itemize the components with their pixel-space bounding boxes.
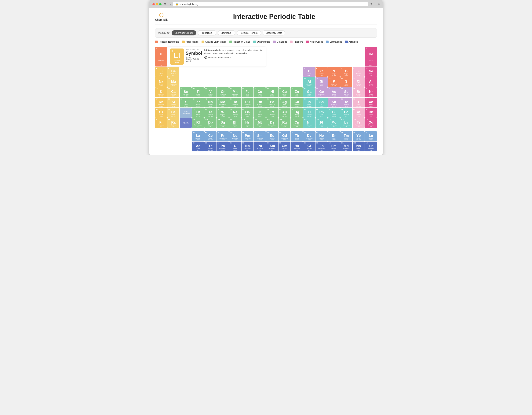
element-Rb[interactable]: 37RbRubidium85.468 (155, 98, 167, 107)
element-Ba[interactable]: 56BaBarium137.327 (167, 108, 179, 118)
element-Th[interactable]: 90ThThorium232.038 (204, 142, 216, 151)
element-Ti[interactable]: 22TiTitanium47.867 (192, 87, 204, 97)
element-Ca[interactable]: 20CaCalcium40.078 (167, 87, 179, 97)
element-Rg[interactable]: 111RgRoentgenium272 (278, 118, 290, 128)
element-Co[interactable]: 27CoCobalt58.933 (254, 87, 266, 97)
element-F[interactable]: 9 F Fluorine 18.998 (353, 67, 365, 77)
element-Es[interactable]: 99EsEinsteinium252 (315, 142, 327, 151)
element-Ni[interactable]: 28NiNickel58.693 (266, 87, 278, 97)
element-No[interactable]: 102NoNobelium259 (353, 142, 365, 151)
element-Rn[interactable]: 86RnRadon222 (365, 108, 377, 118)
element-S[interactable]: 16 S Sulfur 32.065 (340, 77, 352, 87)
element-Sb[interactable]: 51SbAntimony121.76 (328, 98, 340, 107)
element-Cu[interactable]: 29CuCopper63.546 (278, 87, 290, 97)
discovery-date-button[interactable]: Discovery Date (263, 30, 285, 36)
element-Md[interactable]: 101MdMendelevium258 (340, 142, 352, 151)
element-Cr[interactable]: 24CrChromium51.996 (217, 87, 229, 97)
element-Db[interactable]: 105DbDubnium262 (204, 118, 216, 128)
element-Er[interactable]: 68ErErbium167.259 (328, 131, 340, 141)
element-Te[interactable]: 52TeTellurium127.6 (340, 98, 352, 107)
element-N[interactable]: 7 N Nitrogen 14.007 (328, 67, 340, 77)
maximize-button[interactable] (159, 3, 162, 5)
element-Be[interactable]: 4 Be Beryllium 9.012 (167, 67, 179, 77)
element-Eu[interactable]: 63EuEuropium151.964 (266, 131, 278, 141)
element-Ir[interactable]: 77IrIridium192.217 (254, 108, 266, 118)
element-O[interactable]: 8 O Oxygen 15.999 (340, 67, 352, 77)
element-H[interactable]: 1 H Hydrogen 1.007 (155, 47, 167, 66)
element-C[interactable]: 6 C Carbon 12.011 (315, 67, 327, 77)
element-Tb[interactable]: 65TbTerbium158.925 (291, 131, 303, 141)
element-Ta[interactable]: 73TaTantalum180.948 (204, 108, 216, 118)
element-Hs[interactable]: 108HsHassium267 (242, 118, 254, 128)
element-Ce[interactable]: 58CeCerium140.116 (204, 131, 216, 141)
element-V[interactable]: 23VVanadium50.942 (204, 87, 216, 97)
element-Pb[interactable]: 82PbLead207.2 (315, 108, 327, 118)
close-button[interactable] (152, 3, 155, 5)
element-Hg[interactable]: 80HgMercury200.59 (291, 108, 303, 118)
element-Ru[interactable]: 44RuRuthenium101.07 (242, 98, 254, 107)
electrons-button[interactable]: Electrons › (218, 30, 235, 36)
element-Mg[interactable]: 12 Mg Magnesium 24.305 (167, 77, 179, 87)
element-Zr[interactable]: 40ZrZirconium91.224 (192, 98, 204, 107)
element-In[interactable]: 49InIndium114.818 (303, 98, 315, 107)
element-At[interactable]: 85AtAstatine210 (353, 108, 365, 118)
element-K[interactable]: 19KPotassium39.098 (155, 87, 167, 97)
element-Fe[interactable]: 26FeIron55.845 (242, 87, 254, 97)
element-Yb[interactable]: 70YbYtterbium173.054 (353, 131, 365, 141)
element-Hf[interactable]: 72HfHafnium178.49 (192, 108, 204, 118)
element-Zn[interactable]: 30ZnZinc65.38 (291, 87, 303, 97)
element-Pa[interactable]: 91PaProtactinium231.036 (217, 142, 229, 151)
element-Fr[interactable]: 87FrFrancium223 (155, 118, 167, 128)
element-Ra[interactable]: 88RaRadium226 (167, 118, 179, 128)
element-Ho[interactable]: 67HoHolmium164.93 (315, 131, 327, 141)
element-Lr[interactable]: 103LrLawrencium262 (365, 142, 377, 151)
element-Pm[interactable]: 61PmPromethium145 (242, 131, 254, 141)
element-Dy[interactable]: 66DyDysprosium162.5 (303, 131, 315, 141)
element-Pu[interactable]: 94PuPlutonium244 (254, 142, 266, 151)
element-Gd[interactable]: 64GdGadolinium157.25 (278, 131, 290, 141)
element-Tm[interactable]: 69TmThulium168.934 (340, 131, 352, 141)
element-Rh[interactable]: 45RhRhodium102.906 (254, 98, 266, 107)
forward-icon[interactable]: › (170, 3, 171, 6)
element-W[interactable]: 74WTungsten183.84 (217, 108, 229, 118)
element-Ar[interactable]: 18 Ar Argon 39.948 (365, 77, 377, 87)
back-icon[interactable]: ‹ (168, 3, 169, 6)
element-Nd[interactable]: 60NdNeodymium144.242 (229, 131, 241, 141)
element-Ag[interactable]: 47AgSilver107.868 (278, 98, 290, 107)
element-Li[interactable]: 3 Li Lithium 6.941 (155, 67, 167, 77)
element-La[interactable]: 57LaLanthanum138.905 (192, 131, 204, 141)
element-Np[interactable]: 93NpNeptunium237 (242, 142, 254, 151)
element-Po[interactable]: 84PoPolonium210 (340, 108, 352, 118)
element-He[interactable]: 2 He Helium 4.002 (365, 47, 377, 66)
element-Mc[interactable]: 115McMoscovium288 (328, 118, 340, 128)
element-Cf[interactable]: 98CfCalifornium251 (303, 142, 315, 151)
element-Si[interactable]: 14 Si Silicon 28.086 (315, 77, 327, 87)
address-bar[interactable]: 🔒 chemistrytalk.org (173, 2, 368, 6)
element-I[interactable]: 53IIodine126.904 (353, 98, 365, 107)
element-Tc[interactable]: 43TcTechnetium98 (229, 98, 241, 107)
element-Cd[interactable]: 48CdCadmium112.411 (291, 98, 303, 107)
element-Mo[interactable]: 42MoMolybdenum95.96 (217, 98, 229, 107)
element-Al[interactable]: 13 Al Aluminum 26.982 (303, 77, 315, 87)
element-Bk[interactable]: 97BkBerkelium247 (291, 142, 303, 151)
element-Ga[interactable]: 31GaGallium69.723 (303, 87, 315, 97)
element-Am[interactable]: 95AmAmericium243 (266, 142, 278, 151)
element-Os[interactable]: 76OsOsmium190.23 (242, 108, 254, 118)
tabs-icon[interactable]: ⧉ (378, 2, 380, 6)
share-icon[interactable]: ⬆ (370, 2, 372, 6)
periodic-trends-button[interactable]: Periodic Trends › (237, 30, 261, 36)
element-Bi[interactable]: 83BiBismuth208.98 (328, 108, 340, 118)
element-Nb[interactable]: 41NbNiobium92.906 (204, 98, 216, 107)
element-Cm[interactable]: 96CmCurium247 (278, 142, 290, 151)
element-Tl[interactable]: 81TlThallium204.383 (303, 108, 315, 118)
element-Au[interactable]: 79AuGold196.967 (278, 108, 290, 118)
element-Ts[interactable]: 117TsTennessine288 (353, 118, 365, 128)
element-U[interactable]: 92UUranium238.029 (229, 142, 241, 151)
element-Rf[interactable]: 104RfRutherfordium261 (192, 118, 204, 128)
element-Sc[interactable]: 21ScScandium44.956 (180, 87, 192, 97)
sidebar-toggle-icon[interactable]: ⊟ (164, 3, 166, 6)
element-Pd[interactable]: 46PdPalladium106.42 (266, 98, 278, 107)
element-Re[interactable]: 75ReRhenium186.207 (229, 108, 241, 118)
element-Mn[interactable]: 25MnManganese54.938 (229, 87, 241, 97)
element-Ne[interactable]: 10 Ne Neon 20.18 (365, 67, 377, 77)
